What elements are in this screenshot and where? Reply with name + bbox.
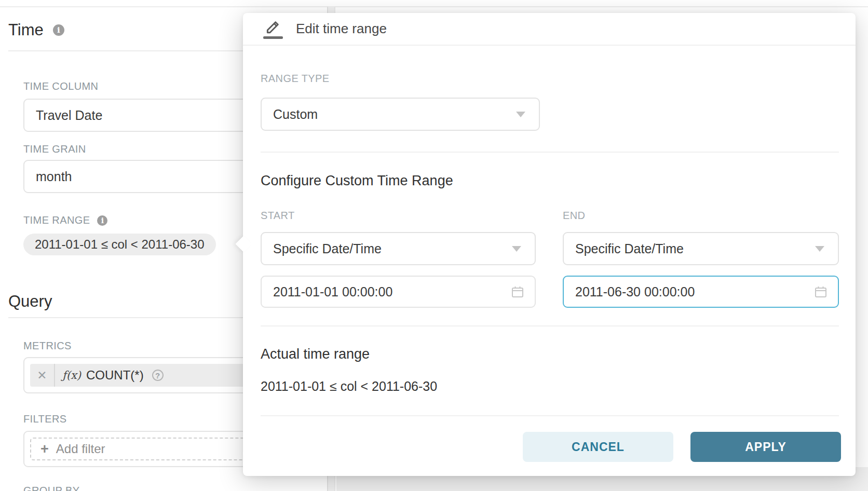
end-datetime-input[interactable] bbox=[564, 276, 814, 307]
start-mode-select[interactable]: Specific Date/Time bbox=[261, 232, 536, 265]
time-column-label: TIME COLUMN bbox=[23, 80, 98, 92]
metric-value: COUNT(*) bbox=[86, 368, 144, 383]
footer-divider bbox=[261, 415, 839, 416]
add-filter-label: Add filter bbox=[56, 442, 105, 456]
end-datetime-field bbox=[563, 276, 839, 308]
info-icon-glyph: i bbox=[101, 217, 104, 224]
edit-time-range-popover: Edit time range RANGE TYPE Custom Config… bbox=[243, 13, 856, 476]
chevron-down-icon bbox=[815, 246, 824, 252]
apply-button[interactable]: APPLY bbox=[690, 432, 841, 462]
actual-range-heading: Actual time range bbox=[261, 346, 370, 362]
end-mode-value: Specific Date/Time bbox=[575, 241, 684, 256]
start-mode-value: Specific Date/Time bbox=[273, 241, 382, 256]
info-icon[interactable]: i bbox=[97, 215, 107, 226]
top-divider bbox=[0, 6, 868, 7]
info-icon[interactable]: i bbox=[53, 24, 64, 36]
configure-heading: Configure Custom Time Range bbox=[261, 173, 453, 189]
range-type-label: RANGE TYPE bbox=[261, 73, 330, 85]
explore-page: Time i TIME COLUMN Travel Date TIME GRAI… bbox=[0, 0, 868, 491]
start-label: START bbox=[261, 210, 295, 222]
help-icon[interactable]: ? bbox=[152, 370, 164, 381]
plus-icon: + bbox=[40, 442, 49, 456]
section-divider bbox=[261, 325, 839, 326]
range-type-value: Custom bbox=[273, 107, 318, 122]
time-range-label: TIME RANGE bbox=[23, 214, 90, 226]
start-datetime-input[interactable] bbox=[262, 276, 511, 307]
start-datetime-field bbox=[261, 276, 536, 308]
time-section-title: Time bbox=[8, 21, 44, 39]
metrics-label: METRICS bbox=[23, 340, 72, 352]
actual-range-value: 2011-01-01 ≤ col < 2011-06-30 bbox=[261, 379, 437, 394]
range-type-select[interactable]: Custom bbox=[261, 98, 540, 131]
cancel-button[interactable]: CANCEL bbox=[523, 432, 673, 462]
calendar-icon[interactable] bbox=[814, 285, 828, 298]
time-range-pill[interactable]: 2011-01-01 ≤ col < 2011-06-30 bbox=[23, 234, 216, 255]
chevron-down-icon bbox=[512, 246, 521, 252]
function-icon: ƒ(x) bbox=[62, 369, 81, 381]
end-mode-select[interactable]: Specific Date/Time bbox=[563, 232, 839, 265]
edit-pencil-icon bbox=[263, 19, 283, 39]
time-column-value: Travel Date bbox=[36, 108, 102, 123]
group-by-label: GROUP BY bbox=[23, 485, 79, 491]
time-range-value: 2011-01-01 ≤ col < 2011-06-30 bbox=[35, 237, 205, 252]
info-icon-glyph: i bbox=[57, 26, 60, 34]
chevron-down-icon bbox=[516, 112, 525, 117]
popover-header: Edit time range bbox=[243, 13, 856, 46]
query-section-title: Query bbox=[8, 292, 52, 311]
popover-arrow bbox=[235, 236, 251, 252]
end-label: END bbox=[563, 210, 585, 222]
filters-label: FILTERS bbox=[23, 413, 67, 425]
popover-title: Edit time range bbox=[296, 21, 387, 37]
time-section-header: Time i bbox=[8, 21, 64, 39]
time-grain-label: TIME GRAIN bbox=[23, 143, 86, 155]
time-grain-value: month bbox=[36, 169, 72, 184]
section-divider bbox=[261, 152, 839, 153]
remove-metric-icon[interactable]: ✕ bbox=[30, 364, 55, 387]
calendar-icon[interactable] bbox=[511, 285, 524, 298]
time-range-header: TIME RANGE i bbox=[23, 214, 107, 226]
